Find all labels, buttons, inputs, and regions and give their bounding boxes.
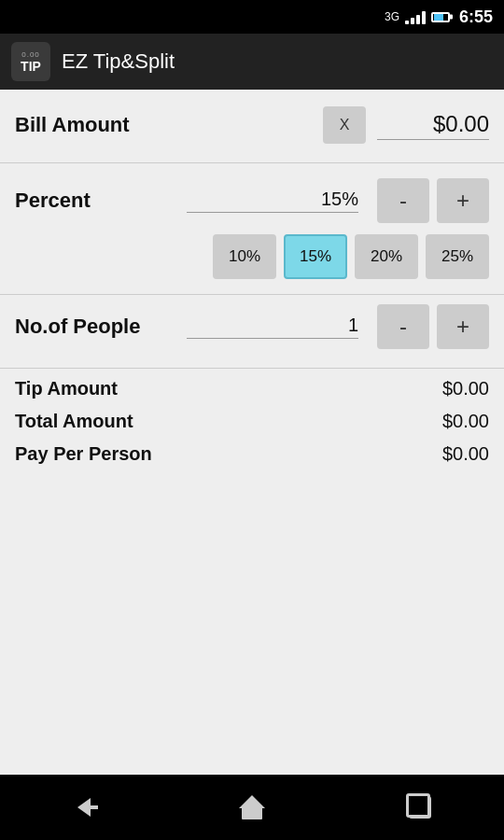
signal-icon <box>405 9 426 24</box>
pay-per-person-label: Pay Per Person <box>15 443 442 465</box>
pay-per-person-row: Pay Per Person $0.00 <box>15 440 489 469</box>
total-amount-label: Total Amount <box>15 411 442 432</box>
tip-amount-row: Tip Amount $0.00 <box>15 374 489 403</box>
time-display: 6:55 <box>459 7 493 27</box>
preset-15-button[interactable]: 15% <box>284 234 347 279</box>
people-value: 1 <box>187 315 358 339</box>
bill-amount-value: $0.00 <box>377 111 489 140</box>
bill-amount-section: Bill Amount X $0.00 <box>15 106 489 144</box>
home-button[interactable] <box>224 789 280 826</box>
recents-icon <box>409 796 431 819</box>
results-section: Tip Amount $0.00 Total Amount $0.00 Pay … <box>15 374 489 469</box>
back-button[interactable] <box>56 789 112 826</box>
percent-presets: 10% 15% 20% 25% <box>15 234 489 279</box>
clear-button[interactable]: X <box>323 106 366 144</box>
battery-icon <box>431 12 450 22</box>
app-title: EZ Tip&Split <box>62 49 175 74</box>
total-amount-row: Total Amount $0.00 <box>15 407 489 436</box>
bottom-nav <box>0 775 504 840</box>
app-bar: 0.00 TIP EZ Tip&Split <box>0 34 504 90</box>
main-content: Bill Amount X $0.00 Percent 15% - + 10% … <box>0 90 504 775</box>
divider-3 <box>0 368 504 369</box>
network-label: 3G <box>385 10 399 23</box>
divider-2 <box>0 294 504 295</box>
percent-row: Percent 15% - + <box>15 178 489 223</box>
preset-25-button[interactable]: 25% <box>426 234 489 279</box>
people-label: No.of People <box>15 315 187 339</box>
app-icon-bottom: TIP <box>21 59 41 74</box>
percent-section: Percent 15% - + 10% 15% 20% 25% <box>15 178 489 279</box>
bill-amount-label: Bill Amount <box>15 113 323 137</box>
home-icon <box>240 795 264 819</box>
people-decrease-button[interactable]: - <box>377 304 429 349</box>
app-icon: 0.00 TIP <box>11 42 50 81</box>
preset-20-button[interactable]: 20% <box>355 234 418 279</box>
total-amount-value: $0.00 <box>442 411 489 432</box>
people-section: No.of People 1 - + <box>15 304 489 349</box>
back-icon <box>70 798 98 817</box>
divider-1 <box>0 162 504 163</box>
percent-value: 15% <box>187 189 358 213</box>
percent-decrease-button[interactable]: - <box>377 178 429 223</box>
tip-amount-label: Tip Amount <box>15 378 442 399</box>
status-bar: 3G 6:55 <box>0 0 504 34</box>
percent-increase-button[interactable]: + <box>437 178 489 223</box>
app-icon-top: 0.00 <box>21 50 40 59</box>
tip-amount-value: $0.00 <box>442 378 489 399</box>
recents-button[interactable] <box>392 789 448 826</box>
preset-10-button[interactable]: 10% <box>213 234 276 279</box>
percent-label: Percent <box>15 189 187 213</box>
people-increase-button[interactable]: + <box>437 304 489 349</box>
pay-per-person-value: $0.00 <box>442 443 489 465</box>
